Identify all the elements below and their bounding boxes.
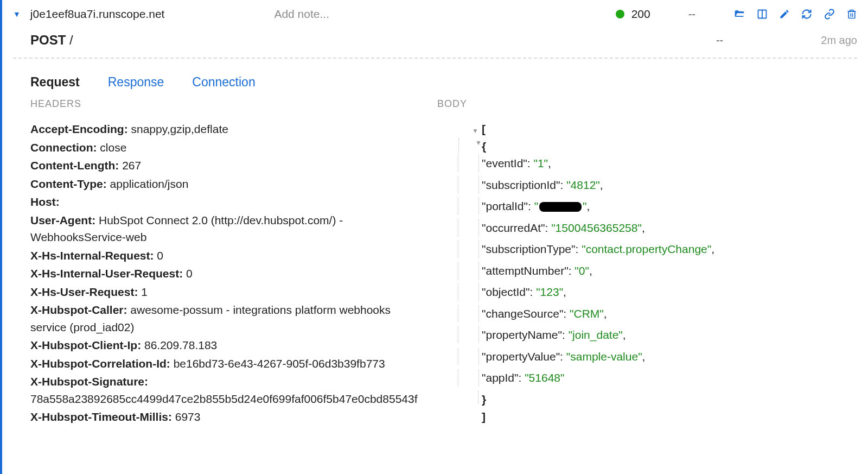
- json-value: "123": [536, 286, 563, 298]
- headers-column: HEADERS Accept-Encoding: snappy,gzip,def…: [30, 98, 426, 427]
- refresh-icon[interactable]: [801, 9, 813, 20]
- json-key: "subscriptionType": [482, 243, 576, 255]
- json-key: "appId": [482, 371, 518, 384]
- toolbar-icons: [733, 8, 857, 20]
- json-toggle-icon[interactable]: ▼: [473, 138, 482, 148]
- header-line: User-Agent: HubSpot Connect 2.0 (http://…: [30, 212, 426, 246]
- status-indicator: 200: [616, 8, 650, 21]
- header-name: X-Hs-User-Request:: [30, 286, 138, 298]
- right-meta: -- 2m ago: [716, 34, 857, 47]
- header-line: X-Hubspot-Signature: 78a558a23892685cc44…: [30, 373, 426, 407]
- folder-open-icon[interactable]: [733, 9, 745, 20]
- status-dot-icon: [616, 10, 624, 18]
- header-name: X-Hs-Internal-User-Request:: [30, 267, 183, 280]
- json-value: "CRM": [570, 307, 604, 320]
- body-column: BODY ▼ [ ▼ { "eventId": "1", "subscripti…: [437, 98, 857, 427]
- note-input[interactable]: [274, 8, 415, 21]
- header-value: 86.209.78.183: [141, 339, 217, 351]
- header-line: X-Hubspot-Caller: awesome-possum - integ…: [30, 301, 426, 336]
- header-name: X-Hubspot-Correlation-Id:: [30, 357, 170, 370]
- top-row: ▼ j0e1eef8ua7i.runscope.net 200 --: [2, 0, 868, 28]
- header-line: X-Hubspot-Client-Ip: 86.209.78.183: [30, 337, 426, 354]
- header-value: 1: [138, 286, 148, 298]
- size-dash: --: [716, 34, 723, 47]
- compare-icon[interactable]: [756, 9, 768, 20]
- header-name: Host:: [30, 195, 60, 208]
- json-key: "objectId": [482, 286, 529, 298]
- json-value: "1": [533, 157, 548, 169]
- header-line: X-Hs-User-Request: 1: [30, 283, 426, 301]
- redacted-value: [539, 202, 582, 212]
- status-section: 200 --: [616, 8, 857, 21]
- json-toggle-icon[interactable]: ▼: [470, 126, 478, 136]
- delete-icon[interactable]: [846, 8, 857, 20]
- header-name: X-Hubspot-Signature:: [30, 375, 148, 388]
- json-key: "eventId": [482, 157, 527, 169]
- header-value: 6973: [172, 410, 201, 423]
- header-line: Content-Length: 267: [30, 157, 426, 174]
- json-value: "0": [575, 264, 589, 277]
- json-line: "attemptNumber": "0",: [437, 262, 857, 284]
- status-code: 200: [631, 8, 650, 20]
- body-title: BODY: [437, 98, 857, 110]
- header-name: Accept-Encoding:: [30, 123, 128, 135]
- header-name: Connection:: [30, 141, 97, 154]
- header-line: X-Hs-Internal-User-Request: 0: [30, 265, 426, 282]
- tab-response[interactable]: Response: [108, 75, 164, 90]
- header-line: X-Hubspot-Timeout-Millis: 6973: [30, 408, 426, 426]
- json-value: "51648": [525, 371, 564, 384]
- tab-request[interactable]: Request: [30, 75, 80, 90]
- json-line: ▼ {: [437, 138, 857, 155]
- method-path-row: POST / -- 2m ago: [2, 28, 868, 58]
- link-icon[interactable]: [824, 9, 835, 20]
- json-value: "contact.propertyChange": [582, 243, 711, 255]
- json-key: "subscriptionId": [482, 179, 560, 191]
- json-key: "attemptNumber": [482, 264, 569, 277]
- json-line: "subscriptionId": "4812",: [437, 176, 857, 198]
- json-line: "subscriptionType": "contact.propertyCha…: [437, 241, 857, 262]
- header-name: X-Hs-Internal-Request:: [30, 249, 154, 262]
- json-line: ▼ [: [437, 121, 857, 138]
- header-line: X-Hs-Internal-Request: 0: [30, 247, 426, 264]
- header-line: Content-Type: application/json: [30, 175, 426, 193]
- json-line: "occurredAt": "1500456365258",: [437, 219, 857, 241]
- header-value: application/json: [107, 178, 189, 190]
- json-key: "occurredAt": [482, 222, 545, 234]
- json-value: "4812": [566, 179, 600, 191]
- json-line: ]: [437, 408, 857, 426]
- tab-connection[interactable]: Connection: [192, 75, 255, 90]
- header-name: X-Hubspot-Timeout-Millis:: [30, 410, 172, 423]
- json-line: "changeSource": "CRM",: [437, 305, 857, 327]
- json-line: "appId": "51648": [437, 369, 857, 391]
- headers-title: HEADERS: [30, 98, 426, 110]
- header-name: X-Hubspot-Client-Ip:: [30, 339, 141, 351]
- json-viewer: ▼ [ ▼ { "eventId": "1", "subscriptionId"…: [437, 121, 857, 426]
- json-value: "1500456365258": [551, 222, 642, 234]
- header-name: User-Agent:: [30, 214, 95, 226]
- request-host: j0e1eef8ua7i.runscope.net: [30, 8, 165, 21]
- json-key: "portalId": [482, 200, 528, 212]
- headers-list: Accept-Encoding: snappy,gzip,deflateConn…: [30, 121, 426, 426]
- json-line: "objectId": "123",: [437, 283, 857, 305]
- header-value: snappy,gzip,deflate: [128, 123, 228, 135]
- json-line: "propertyValue": "sample-value",: [437, 348, 857, 370]
- header-value: 0: [183, 267, 193, 280]
- tabs-row: Request Response Connection: [2, 59, 868, 98]
- http-method: POST: [30, 33, 66, 47]
- edit-icon[interactable]: [779, 9, 790, 20]
- method-path: POST /: [30, 33, 73, 48]
- svg-rect-2: [848, 11, 855, 18]
- collapse-caret-icon[interactable]: ▼: [13, 10, 21, 18]
- header-value: be16bd73-6e43-4267-905f-06d3b39fb773: [170, 357, 385, 370]
- header-value: 267: [119, 159, 141, 172]
- content-area: HEADERS Accept-Encoding: snappy,gzip,def…: [2, 98, 868, 438]
- header-name: Content-Length:: [30, 159, 119, 172]
- json-key: "changeSource": [482, 307, 563, 320]
- header-line: Connection: close: [30, 139, 426, 156]
- json-line: "eventId": "1",: [437, 155, 857, 176]
- json-line: "portalId": "",: [437, 198, 857, 219]
- time-ago: 2m ago: [821, 34, 857, 47]
- header-value: 0: [154, 249, 164, 262]
- header-line: X-Hubspot-Correlation-Id: be16bd73-6e43-…: [30, 355, 426, 372]
- json-value: "join_date": [569, 328, 623, 341]
